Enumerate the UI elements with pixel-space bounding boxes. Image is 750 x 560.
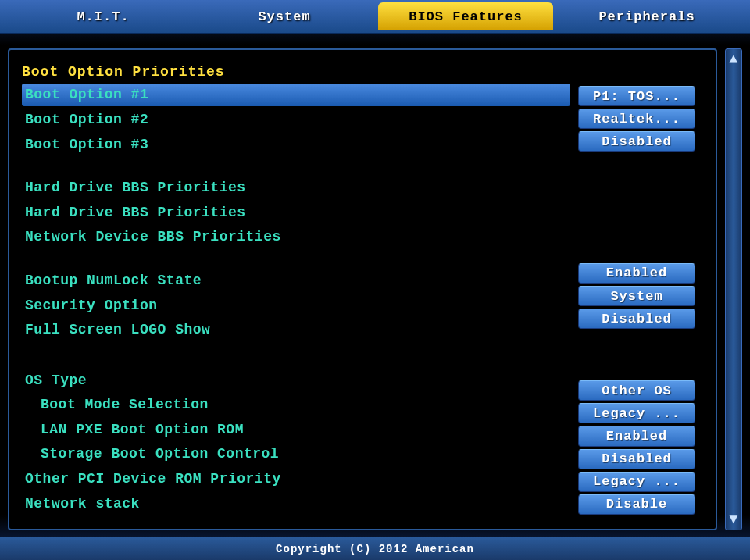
other-pci-label: Other PCI Device ROM Priority bbox=[22, 468, 570, 490]
hdd-bbs-priorities-1[interactable]: Hard Drive BBS Priorities bbox=[22, 177, 570, 199]
numlock-value[interactable]: Enabled bbox=[578, 263, 695, 284]
fullscreen-logo-value[interactable]: Disabled bbox=[578, 309, 695, 329]
storage-boot-label: Storage Boot Option Control bbox=[22, 443, 570, 465]
network-stack-label: Network stack bbox=[22, 492, 570, 515]
os-type-row[interactable]: OS Type bbox=[22, 369, 570, 391]
tab-mit[interactable]: M.I.T. bbox=[16, 2, 191, 30]
hdd-bbs-priorities-2[interactable]: Hard Drive BBS Priorities bbox=[22, 201, 570, 223]
scrollbar[interactable]: ▲ ▼ bbox=[725, 48, 742, 530]
os-type-value[interactable]: Other OS bbox=[578, 380, 695, 401]
hdd-bbs-label-2: Hard Drive BBS Priorities bbox=[22, 201, 570, 223]
network-stack-row[interactable]: Network stack bbox=[22, 492, 570, 515]
security-option-label: Security Option bbox=[22, 294, 570, 316]
fullscreen-logo-row[interactable]: Full Screen LOGO Show bbox=[22, 319, 570, 341]
scroll-down-icon[interactable]: ▼ bbox=[730, 512, 738, 526]
trailing-value[interactable]: Disable bbox=[578, 494, 695, 515]
boot-option-3-row[interactable]: Boot Option #3 bbox=[22, 133, 570, 155]
other-pci-value[interactable]: Legacy ... bbox=[578, 472, 695, 492]
other-pci-row[interactable]: Other PCI Device ROM Priority bbox=[22, 468, 570, 490]
content-panel: Boot Option Priorities Boot Option #1 Bo… bbox=[8, 48, 717, 530]
lan-pxe-value[interactable]: Enabled bbox=[578, 426, 695, 446]
lan-pxe-row[interactable]: LAN PXE Boot Option ROM bbox=[22, 419, 570, 441]
lan-pxe-label: LAN PXE Boot Option ROM bbox=[22, 419, 570, 441]
boot-option-1-value[interactable]: P1: TOS... bbox=[578, 86, 695, 106]
boot-option-2-value[interactable]: Realtek... bbox=[578, 109, 695, 129]
boot-mode-label: Boot Mode Selection bbox=[22, 394, 570, 416]
boot-option-1-label: Boot Option #1 bbox=[22, 84, 570, 106]
section-boot-priorities: Boot Option Priorities bbox=[22, 64, 570, 80]
numlock-state-row[interactable]: Bootup NumLock State bbox=[22, 269, 570, 292]
tab-bios-features[interactable]: BIOS Features bbox=[378, 2, 553, 30]
network-bbs-label: Network Device BBS Priorities bbox=[22, 226, 570, 248]
fullscreen-logo-label: Full Screen LOGO Show bbox=[22, 319, 570, 341]
boot-option-2-row[interactable]: Boot Option #2 bbox=[22, 109, 570, 131]
boot-mode-value[interactable]: Legacy ... bbox=[578, 403, 695, 423]
storage-boot-value[interactable]: Disabled bbox=[578, 449, 695, 469]
security-option-value[interactable]: System bbox=[578, 286, 695, 306]
tab-peripherals[interactable]: Peripherals bbox=[559, 2, 734, 30]
network-bbs-priorities[interactable]: Network Device BBS Priorities bbox=[22, 226, 570, 248]
tab-system[interactable]: System bbox=[197, 2, 372, 30]
boot-option-3-value[interactable]: Disabled bbox=[578, 131, 695, 152]
footer-copyright: Copyright (C) 2012 American bbox=[0, 537, 750, 560]
os-type-label: OS Type bbox=[22, 369, 570, 391]
boot-option-2-label: Boot Option #2 bbox=[22, 109, 570, 131]
numlock-state-label: Bootup NumLock State bbox=[22, 269, 570, 292]
hdd-bbs-label-1: Hard Drive BBS Priorities bbox=[22, 177, 570, 199]
storage-boot-row[interactable]: Storage Boot Option Control bbox=[22, 443, 570, 465]
security-option-row[interactable]: Security Option bbox=[22, 294, 570, 316]
boot-option-1-row[interactable]: Boot Option #1 bbox=[22, 84, 570, 106]
boot-option-3-label: Boot Option #3 bbox=[22, 133, 570, 155]
boot-mode-row[interactable]: Boot Mode Selection bbox=[22, 394, 570, 416]
scroll-up-icon[interactable]: ▲ bbox=[730, 52, 738, 66]
tab-bar: M.I.T. System BIOS Features Peripherals bbox=[0, 0, 750, 34]
